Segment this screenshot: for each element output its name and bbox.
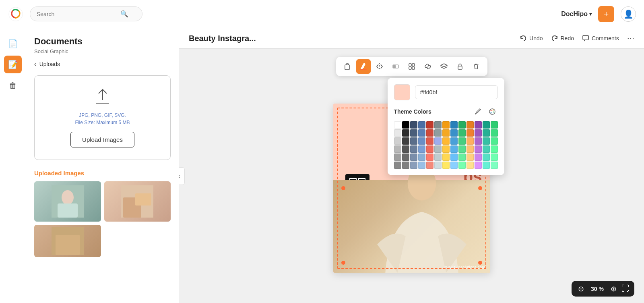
color-cell[interactable] xyxy=(418,129,425,137)
color-cell[interactable] xyxy=(483,137,490,145)
color-swatch[interactable] xyxy=(394,84,410,100)
color-cell[interactable] xyxy=(458,154,466,161)
color-hex-input[interactable] xyxy=(415,85,498,99)
color-cell[interactable] xyxy=(394,145,401,153)
color-cell[interactable] xyxy=(402,121,409,129)
color-cell[interactable] xyxy=(410,154,417,161)
color-cell[interactable] xyxy=(418,162,425,169)
delete-btn[interactable] xyxy=(469,59,483,74)
lock-btn[interactable] xyxy=(453,59,467,74)
search-input[interactable] xyxy=(37,11,117,17)
fullscreen-button[interactable]: ⛶ xyxy=(621,284,630,293)
color-cell[interactable] xyxy=(458,162,466,169)
uploaded-image-1[interactable] xyxy=(34,181,101,222)
color-cell[interactable] xyxy=(475,121,482,129)
color-cell[interactable] xyxy=(426,145,433,153)
color-cell[interactable] xyxy=(450,162,458,169)
color-cell[interactable] xyxy=(426,129,433,137)
color-cell[interactable] xyxy=(450,129,458,137)
color-cell[interactable] xyxy=(450,121,458,129)
color-cell[interactable] xyxy=(418,154,425,161)
color-cell[interactable] xyxy=(394,121,401,129)
layers-btn[interactable] xyxy=(437,59,451,74)
color-cell[interactable] xyxy=(434,145,442,153)
sidebar-item-trash[interactable]: 🗑 xyxy=(4,77,22,94)
color-cell[interactable] xyxy=(458,121,466,129)
color-cell[interactable] xyxy=(466,145,474,153)
color-cell[interactable] xyxy=(491,162,498,169)
color-cell[interactable] xyxy=(491,145,498,153)
breadcrumb[interactable]: ‹ Uploads xyxy=(34,61,171,67)
eyedropper-button[interactable] xyxy=(472,106,483,117)
color-cell[interactable] xyxy=(442,137,450,145)
color-cell[interactable] xyxy=(466,137,474,145)
color-cell[interactable] xyxy=(418,137,425,145)
color-cell[interactable] xyxy=(410,121,417,129)
color-cell[interactable] xyxy=(410,145,417,153)
color-cell[interactable] xyxy=(483,129,490,137)
color-cell[interactable] xyxy=(394,154,401,161)
color-cell[interactable] xyxy=(434,129,442,137)
color-cell[interactable] xyxy=(483,154,490,161)
fill-color-btn[interactable] xyxy=(356,59,371,74)
color-cell[interactable] xyxy=(466,162,474,169)
color-cell[interactable] xyxy=(475,145,482,153)
sidebar-item-text[interactable]: 📝 xyxy=(4,56,22,73)
color-cell[interactable] xyxy=(442,121,450,129)
opacity-btn[interactable] xyxy=(388,59,403,74)
search-bar[interactable]: 🔍 xyxy=(30,6,142,21)
color-cell[interactable] xyxy=(491,137,498,145)
zoom-in-button[interactable]: ⊕ xyxy=(609,284,618,293)
color-cell[interactable] xyxy=(466,121,474,129)
color-cell[interactable] xyxy=(410,129,417,137)
color-cell[interactable] xyxy=(434,154,442,161)
color-cell[interactable] xyxy=(434,121,442,129)
brand-name[interactable]: DocHipo ▾ xyxy=(561,10,592,18)
color-cell[interactable] xyxy=(483,162,490,169)
color-cell[interactable] xyxy=(475,162,482,169)
color-cell[interactable] xyxy=(426,137,433,145)
color-cell[interactable] xyxy=(450,137,458,145)
color-cell[interactable] xyxy=(450,154,458,161)
color-cell[interactable] xyxy=(450,145,458,153)
color-cell[interactable] xyxy=(442,129,450,137)
color-cell[interactable] xyxy=(394,162,401,169)
zoom-out-button[interactable]: ⊖ xyxy=(576,284,586,293)
color-cell[interactable] xyxy=(394,137,401,145)
pattern-btn[interactable] xyxy=(405,59,419,74)
color-cell[interactable] xyxy=(475,129,482,137)
color-cell[interactable] xyxy=(475,137,482,145)
redo-button[interactable]: Redo xyxy=(551,35,574,42)
color-cell[interactable] xyxy=(426,121,433,129)
color-cell[interactable] xyxy=(434,137,442,145)
color-cell[interactable] xyxy=(402,137,409,145)
color-cell[interactable] xyxy=(410,162,417,169)
color-cell[interactable] xyxy=(458,137,466,145)
more-options-button[interactable]: ··· xyxy=(627,33,634,44)
color-cell[interactable] xyxy=(402,145,409,153)
color-cell[interactable] xyxy=(402,154,409,161)
color-cell[interactable] xyxy=(458,129,466,137)
color-cell[interactable] xyxy=(491,129,498,137)
comments-button[interactable]: Comments xyxy=(582,35,619,42)
add-button[interactable]: + xyxy=(598,6,614,22)
uploaded-image-2[interactable] xyxy=(104,181,171,222)
color-cell[interactable] xyxy=(418,121,425,129)
paste-btn[interactable] xyxy=(340,59,355,74)
color-cell[interactable] xyxy=(426,162,433,169)
color-cell[interactable] xyxy=(466,154,474,161)
color-cell[interactable] xyxy=(458,145,466,153)
color-cell[interactable] xyxy=(394,129,401,137)
color-cell[interactable] xyxy=(475,154,482,161)
link-btn[interactable] xyxy=(421,59,435,74)
color-cell[interactable] xyxy=(418,145,425,153)
palette-button[interactable] xyxy=(487,106,498,117)
color-cell[interactable] xyxy=(434,162,442,169)
color-cell[interactable] xyxy=(483,121,490,129)
upload-images-button[interactable]: Upload Images xyxy=(70,132,134,147)
collapse-sidebar-button[interactable]: ‹ xyxy=(179,167,185,185)
color-cell[interactable] xyxy=(442,154,450,161)
color-cell[interactable] xyxy=(491,154,498,161)
color-cell[interactable] xyxy=(442,145,450,153)
color-cell[interactable] xyxy=(402,162,409,169)
